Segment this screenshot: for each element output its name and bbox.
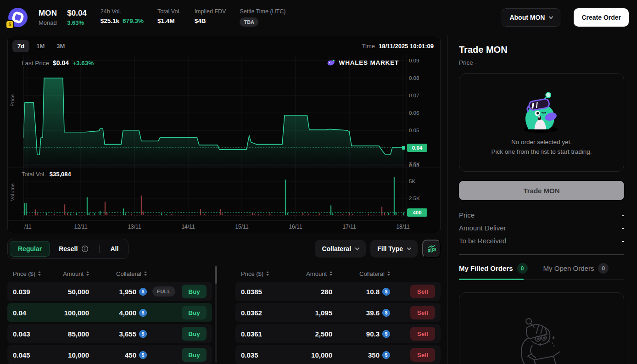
- tab-regular[interactable]: Regular: [10, 241, 50, 257]
- svg-text:0.04: 0.04: [412, 145, 423, 151]
- amount-cell: 85,000: [50, 330, 89, 338]
- collateral-dropdown[interactable]: Collateral: [315, 240, 366, 258]
- chevron-down-icon: [407, 246, 412, 250]
- volume-bar: [46, 213, 47, 215]
- order-row[interactable]: 0.03950,0001,950$FULLBuy: [7, 282, 212, 301]
- active-tab-underline: [459, 279, 524, 280]
- col-price[interactable]: Price ($): [241, 270, 282, 277]
- action-cell: Buy: [181, 348, 207, 362]
- svg-text:0.09: 0.09: [409, 58, 419, 63]
- orders-tabs: My Filled Orders 0 My Open Orders 0: [459, 263, 624, 280]
- order-row[interactable]: 0.03621,09539.6$Sell: [235, 303, 441, 322]
- col-amount[interactable]: Amount: [50, 270, 89, 277]
- sell-button[interactable]: Sell: [410, 306, 435, 319]
- range-tab-1m[interactable]: 1M: [31, 40, 50, 52]
- usdc-icon: $: [139, 309, 147, 317]
- create-order-button[interactable]: Create Order: [574, 8, 629, 27]
- about-mon-button[interactable]: About MON: [502, 8, 560, 27]
- amount-cell: 50,000: [50, 288, 89, 296]
- sell-button[interactable]: Sell: [410, 348, 435, 362]
- buy-button[interactable]: Buy: [182, 348, 207, 362]
- volume-bar: [166, 214, 167, 215]
- svg-text:/11: /11: [24, 224, 32, 230]
- volume-bar: [100, 211, 101, 215]
- amount-cell: 100,000: [50, 309, 89, 317]
- total-vol-value: $35,084: [50, 171, 71, 178]
- volume-bar: [285, 179, 286, 215]
- buy-button[interactable]: Buy: [182, 306, 207, 319]
- header-divider: [567, 12, 567, 22]
- col-amount[interactable]: Amount: [282, 270, 332, 277]
- volume-bar: [384, 213, 385, 215]
- volume-bar: [161, 213, 162, 215]
- token-price: $0.04: [67, 9, 87, 18]
- svg-text:13/11: 13/11: [128, 224, 141, 230]
- order-row[interactable]: 0.04510,000450$Buy: [7, 345, 212, 364]
- tab-my-open-orders[interactable]: My Open Orders 0: [543, 263, 609, 274]
- buy-button[interactable]: Buy: [182, 285, 207, 298]
- volume-bar: [388, 213, 389, 215]
- col-collateral[interactable]: Collateral: [89, 270, 147, 277]
- open-orders-count: 0: [598, 263, 609, 274]
- no-order-card: No order selected yet. Pick one from the…: [459, 73, 624, 172]
- summary-price-row: Price-: [459, 208, 624, 221]
- volume-bar: [403, 213, 404, 215]
- order-row[interactable]: 0.04100,0004,000$Buy: [7, 303, 212, 322]
- price-cell: 0.0361: [241, 330, 282, 338]
- usdc-icon: $: [139, 288, 147, 296]
- buy-button[interactable]: Buy: [182, 327, 207, 341]
- summary-amount-deliver-row: Amount Deliver-: [459, 221, 624, 234]
- tba-badge: TBA: [240, 17, 258, 27]
- full-badge: FULL: [152, 286, 175, 297]
- volume-bar: [200, 209, 201, 215]
- usdc-icon: $: [382, 330, 390, 338]
- trade-sidebar: Trade MON Price -: [447, 35, 637, 364]
- svg-text:15/11: 15/11: [235, 224, 248, 230]
- table-scrollbar[interactable]: [215, 265, 217, 363]
- action-cell: Sell: [390, 327, 435, 341]
- fill-type-dropdown[interactable]: Fill Type: [370, 240, 418, 258]
- sell-button[interactable]: Sell: [410, 327, 435, 341]
- action-cell: Sell: [390, 348, 435, 362]
- collateral-cell: 3,655$: [89, 330, 147, 338]
- sell-orders-table: Price ($) Amount Collateral 0.038528010.…: [235, 265, 441, 364]
- stat-settle-time: Settle Time (UTC) TBA: [240, 8, 285, 27]
- price-cell: 0.039: [13, 288, 50, 296]
- empty-orders-card: [459, 292, 624, 364]
- volume-bar: [222, 213, 223, 215]
- trade-mon-button[interactable]: Trade MON: [459, 181, 624, 200]
- price-volume-chart[interactable]: /1112/1113/1114/1115/1116/1117/1118/110.…: [8, 54, 440, 233]
- svg-text:2.5K: 2.5K: [409, 196, 420, 201]
- whale-icon: [327, 59, 336, 66]
- usdc-icon: $: [382, 351, 390, 359]
- order-row[interactable]: 0.03510,000350$Sell: [235, 345, 441, 364]
- tab-resell[interactable]: Resell: [51, 241, 96, 256]
- order-row[interactable]: 0.03612,50090.3$Sell: [235, 324, 441, 343]
- order-row[interactable]: 0.04385,0003,655$Buy: [7, 324, 212, 343]
- chart-stats-button[interactable]: [422, 240, 441, 258]
- last-price-overlay: Last Price $0.04 +3.63%: [22, 59, 94, 67]
- svg-text:16/11: 16/11: [289, 224, 302, 230]
- volume-bar: [319, 213, 320, 215]
- usdc-icon: $: [382, 309, 390, 317]
- col-price[interactable]: Price ($): [13, 270, 50, 277]
- volume-bar: [105, 202, 106, 215]
- svg-text:14/11: 14/11: [181, 224, 195, 230]
- sell-button[interactable]: Sell: [410, 285, 435, 298]
- order-row[interactable]: 0.038528010.8$Sell: [235, 282, 441, 301]
- chart-canvas: /1112/1113/1114/1115/1116/1117/1118/110.…: [8, 54, 440, 233]
- amount-cell: 1,095: [282, 309, 332, 317]
- range-tab-7d[interactable]: 7d: [12, 40, 29, 52]
- volume-bar: [143, 212, 144, 215]
- volume-axis-label: Volume: [10, 183, 15, 201]
- trade-panel-title: Trade MON: [459, 45, 624, 55]
- scrollbar-thumb[interactable]: [215, 266, 217, 284]
- volume-bar: [64, 204, 65, 215]
- range-tab-3m[interactable]: 3M: [51, 40, 70, 52]
- tab-my-filled-orders[interactable]: My Filled Orders 0: [459, 263, 528, 274]
- svg-text:12/11: 12/11: [74, 224, 87, 230]
- tab-all[interactable]: All: [102, 241, 126, 256]
- svg-text:18/11: 18/11: [396, 224, 409, 230]
- col-collateral[interactable]: Collateral: [332, 270, 390, 277]
- usdc-icon: $: [139, 330, 147, 338]
